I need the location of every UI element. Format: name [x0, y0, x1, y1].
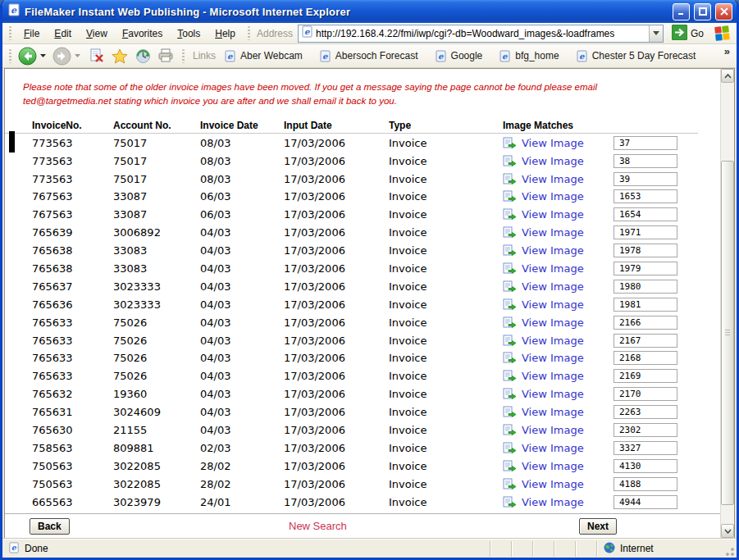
image-id-input[interactable]: [614, 172, 677, 186]
ie-link-icon: e: [576, 50, 588, 62]
image-id-input[interactable]: [614, 334, 677, 348]
view-image-link[interactable]: View Image: [503, 244, 614, 257]
view-image-link[interactable]: View Image: [503, 298, 614, 311]
link-google[interactable]: e Google: [435, 50, 483, 62]
table-row: 765636 3023333 04/03 17/03/2006 Invoice …: [5, 295, 720, 313]
view-image-icon: [503, 298, 517, 311]
back-button[interactable]: [18, 47, 37, 66]
view-image-link[interactable]: View Image: [503, 460, 614, 472]
image-id-input[interactable]: [614, 154, 677, 168]
view-image-label: View Image: [522, 352, 584, 364]
toolbar-grip[interactable]: [9, 49, 11, 63]
scroll-down-button[interactable]: [721, 524, 734, 538]
image-id-input[interactable]: [614, 423, 677, 437]
close-button[interactable]: [715, 3, 732, 20]
ie-app-icon: e: [7, 3, 21, 20]
image-id-input[interactable]: [614, 136, 677, 150]
view-image-link[interactable]: View Image: [503, 280, 614, 293]
table-row: 765631 3024609 04/03 17/03/2006 Invoice …: [5, 403, 720, 421]
minimize-button[interactable]: [673, 3, 690, 20]
link-aber-webcam[interactable]: e Aber Webcam: [224, 50, 303, 62]
view-image-link[interactable]: View Image: [503, 406, 614, 418]
table-row: 765637 3023333 04/03 17/03/2006 Invoice …: [5, 277, 720, 295]
links-overflow-chevron[interactable]: »: [721, 44, 733, 58]
view-image-link[interactable]: View Image: [503, 370, 614, 382]
input-date-cell: 17/03/2006: [284, 388, 389, 400]
account-no-cell: 3024609: [113, 406, 200, 418]
scrollbar-thumb[interactable]: [721, 161, 734, 505]
image-id-input[interactable]: [614, 189, 677, 203]
history-icon[interactable]: [133, 48, 153, 64]
input-date-cell: 17/03/2006: [284, 173, 389, 185]
toolbar-grip[interactable]: [9, 26, 11, 40]
forward-button[interactable]: [52, 47, 71, 66]
image-id-input[interactable]: [614, 225, 677, 239]
back-nav-button[interactable]: Back: [30, 518, 70, 535]
image-id-input[interactable]: [614, 262, 677, 275]
image-id-input[interactable]: [614, 495, 677, 509]
menu-view[interactable]: View: [79, 25, 115, 42]
image-id-input[interactable]: [614, 441, 677, 455]
type-cell: Invoice: [389, 155, 503, 167]
go-button[interactable]: Go: [665, 25, 710, 43]
view-image-icon: [503, 388, 517, 400]
view-image-link[interactable]: View Image: [503, 442, 614, 454]
menu-edit[interactable]: Edit: [47, 25, 79, 42]
image-id-input[interactable]: [614, 351, 677, 365]
notice-line-2: ted@targetmedia.net stating which invoic…: [23, 94, 671, 108]
view-image-link[interactable]: View Image: [503, 478, 614, 490]
link-chester-5-day-forecast[interactable]: e Chester 5 Day Forecast: [576, 50, 696, 62]
link-abersoch-forecast[interactable]: e Abersoch Forecast: [319, 50, 418, 62]
image-id-input[interactable]: [614, 244, 677, 257]
image-id-input[interactable]: [614, 316, 677, 330]
image-id-input[interactable]: [614, 477, 677, 491]
menu-help[interactable]: Help: [208, 25, 243, 42]
ie-link-icon: e: [319, 50, 331, 62]
view-image-link[interactable]: View Image: [503, 262, 614, 275]
account-no-cell: 809881: [113, 442, 200, 454]
view-image-link[interactable]: View Image: [503, 155, 614, 167]
title-bar[interactable]: e FileMaker Instant Web Publishing - Mic…: [2, 0, 737, 23]
favorites-icon[interactable]: [110, 48, 130, 64]
view-image-link[interactable]: View Image: [503, 173, 614, 185]
type-cell: Invoice: [389, 478, 503, 490]
forward-dropdown-icon[interactable]: [75, 54, 80, 57]
menu-favorites[interactable]: Favorites: [115, 25, 170, 42]
image-id-input[interactable]: [614, 405, 677, 419]
image-id-input[interactable]: [614, 207, 677, 221]
menu-tools[interactable]: Tools: [170, 25, 208, 42]
stop-icon[interactable]: [87, 48, 107, 63]
view-image-link[interactable]: View Image: [503, 316, 614, 329]
view-image-link[interactable]: View Image: [503, 352, 614, 364]
scrollbar-track[interactable]: [721, 83, 734, 524]
view-image-link[interactable]: View Image: [503, 388, 614, 400]
view-image-icon: [503, 370, 517, 382]
back-dropdown-icon[interactable]: [40, 54, 46, 57]
image-id-input[interactable]: [614, 298, 677, 312]
type-cell: Invoice: [389, 424, 503, 436]
view-image-link[interactable]: View Image: [503, 137, 614, 149]
next-nav-button[interactable]: Next: [579, 518, 617, 535]
toolbar-grip[interactable]: [248, 26, 250, 40]
image-id-input[interactable]: [614, 387, 677, 401]
menu-file[interactable]: File: [16, 25, 47, 42]
print-icon[interactable]: [156, 48, 176, 63]
image-id-input[interactable]: [614, 280, 677, 294]
link-bfg-home[interactable]: e bfg_home: [499, 50, 559, 62]
new-search-link[interactable]: New Search: [289, 520, 347, 532]
address-input[interactable]: [316, 28, 649, 39]
address-dropdown-button[interactable]: [649, 25, 663, 42]
scroll-up-button[interactable]: [721, 69, 734, 83]
view-image-link[interactable]: View Image: [503, 424, 614, 436]
maximize-button[interactable]: [694, 3, 711, 20]
image-id-input[interactable]: [614, 369, 677, 383]
image-id-input[interactable]: [614, 459, 677, 473]
view-image-link[interactable]: View Image: [503, 208, 614, 221]
toolbar-grip[interactable]: [182, 49, 185, 63]
view-image-link[interactable]: View Image: [503, 335, 614, 347]
view-image-link[interactable]: View Image: [503, 496, 614, 508]
view-image-link[interactable]: View Image: [503, 226, 614, 239]
resize-grip[interactable]: [723, 541, 735, 557]
view-image-link[interactable]: View Image: [503, 190, 614, 203]
vertical-scrollbar[interactable]: [720, 69, 734, 538]
